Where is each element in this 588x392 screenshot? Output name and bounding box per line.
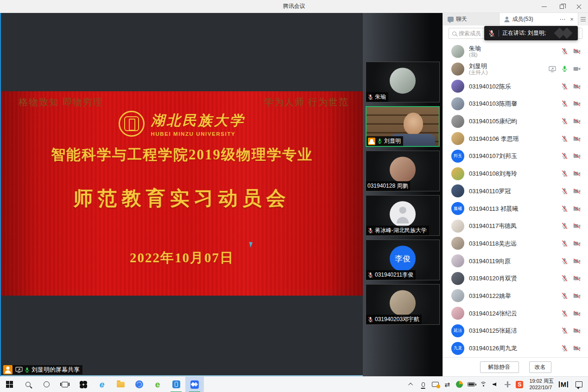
panel-more-button[interactable]: ⋯ xyxy=(558,15,567,24)
camera-off-icon[interactable] xyxy=(573,118,581,124)
pinwheel-app-button[interactable] xyxy=(74,377,93,392)
mic-muted-icon[interactable] xyxy=(561,48,568,55)
member-row[interactable]: 031940105康纪昀 xyxy=(443,113,588,130)
member-row[interactable]: 晨曦 031940113 祁晨曦 xyxy=(443,200,588,217)
chat-icon xyxy=(448,17,454,22)
member-row[interactable]: 031940110罗冠 xyxy=(443,183,588,200)
camera-off-icon[interactable] xyxy=(573,240,581,247)
mic-on-icon[interactable] xyxy=(561,65,568,72)
video-thumbnail[interactable]: 刘显明 xyxy=(366,106,440,147)
camera-off-icon[interactable] xyxy=(573,310,581,316)
camera-off-icon[interactable] xyxy=(573,171,581,177)
member-row[interactable]: 031940102陈乐 xyxy=(443,77,588,95)
cortana-button[interactable] xyxy=(37,377,56,392)
camera-off-icon[interactable] xyxy=(573,275,581,281)
video-thumbnail[interactable]: 李俊 031940211李俊 xyxy=(366,240,440,280)
tray-volume-button[interactable] xyxy=(489,377,501,392)
mic-muted-icon[interactable] xyxy=(561,240,568,247)
camera-off-icon[interactable] xyxy=(573,293,581,299)
unmute-button[interactable]: 解除静音 xyxy=(480,361,519,373)
mic-muted-icon[interactable] xyxy=(561,222,568,229)
ime-mode-button[interactable]: M xyxy=(557,377,569,392)
tray-wifi-button[interactable] xyxy=(477,377,489,392)
tray-ime-button[interactable] xyxy=(501,377,513,392)
member-row[interactable]: 031940103陈雨馨 xyxy=(443,95,588,113)
tray-360-button[interactable] xyxy=(453,377,465,392)
member-row[interactable]: 031940117韦德凤 xyxy=(443,217,588,235)
member-row[interactable]: 031940120肖双贤 xyxy=(443,270,588,287)
mic-muted-icon[interactable] xyxy=(561,170,568,177)
member-row[interactable]: 邦玉 031940107刘邦玉 xyxy=(443,147,588,165)
camera-off-icon[interactable] xyxy=(573,48,581,54)
camera-off-icon[interactable] xyxy=(573,223,581,229)
tab-chat[interactable]: 聊天 xyxy=(443,13,499,25)
tray-screenshare-button[interactable] xyxy=(429,377,441,392)
member-row[interactable]: 朱瑜 (我) xyxy=(443,43,588,60)
camera-off-icon[interactable] xyxy=(573,345,581,351)
camera-off-icon[interactable] xyxy=(573,328,581,334)
camera-off-icon[interactable] xyxy=(573,101,581,107)
camera-off-icon[interactable] xyxy=(573,206,581,212)
start-button[interactable] xyxy=(0,377,19,392)
member-row[interactable]: 031940108刘海玲 xyxy=(443,165,588,183)
globe-browser-button[interactable] xyxy=(130,377,148,392)
restore-icon xyxy=(560,5,564,9)
phone-app-button[interactable] xyxy=(167,377,185,392)
camera-off-icon[interactable] xyxy=(573,188,581,194)
internet-explorer-button[interactable]: e xyxy=(93,377,111,392)
motto-left: 格物致知 即物穷理 xyxy=(19,96,103,108)
member-row[interactable]: 031940106 李思瑶 xyxy=(443,130,588,147)
tray-arrows-button[interactable]: ⇄ xyxy=(441,377,453,392)
mic-muted-icon[interactable] xyxy=(561,188,568,195)
video-thumbnail[interactable]: 031940128 周鹏 xyxy=(366,151,440,191)
host-badge-icon xyxy=(368,138,375,145)
member-row[interactable]: 031940118吴志远 xyxy=(443,235,588,253)
mic-muted-icon[interactable] xyxy=(561,345,568,352)
camera-on-icon[interactable] xyxy=(573,66,581,72)
mic-muted-icon[interactable] xyxy=(561,327,568,334)
minimize-button[interactable] xyxy=(535,0,553,13)
member-status-icons xyxy=(561,258,581,265)
mic-muted-icon[interactable] xyxy=(561,135,568,142)
tray-battery-button[interactable] xyxy=(465,377,477,392)
mic-muted-icon[interactable] xyxy=(561,152,568,159)
mic-muted-icon[interactable] xyxy=(561,83,568,90)
camera-off-icon[interactable] xyxy=(573,258,581,264)
camera-off-icon[interactable] xyxy=(573,136,581,142)
mic-muted-icon[interactable] xyxy=(561,100,568,107)
mic-muted-icon[interactable] xyxy=(561,292,568,299)
mic-muted-icon[interactable] xyxy=(561,310,568,317)
member-row[interactable]: 031940124张纪云 xyxy=(443,304,588,322)
member-row[interactable]: 031940119向原 xyxy=(443,252,588,270)
tab-members[interactable]: 成员(53) xyxy=(499,13,558,25)
video-thumbnail[interactable]: 031940203邓宇航 xyxy=(366,284,440,325)
mic-muted-icon[interactable] xyxy=(561,258,568,265)
member-name: 031940120肖双贤 xyxy=(469,275,561,282)
video-thumbnail[interactable]: 蒋冰峰-湖北民族大学 xyxy=(366,195,440,236)
tray-sogou-button[interactable]: S xyxy=(513,377,525,392)
file-explorer-button[interactable] xyxy=(111,377,130,392)
member-row[interactable]: 延洁 031940125张延洁 xyxy=(443,322,588,340)
member-row[interactable]: 刘显明 (主持人) xyxy=(443,60,588,78)
rename-button[interactable]: 改名 xyxy=(529,361,551,373)
task-view-button[interactable] xyxy=(56,377,74,392)
camera-off-icon[interactable] xyxy=(573,83,581,89)
close-button[interactable] xyxy=(570,0,588,13)
panel-menu-button[interactable] xyxy=(578,13,588,25)
mic-muted-icon[interactable] xyxy=(561,275,568,282)
restore-button[interactable] xyxy=(553,0,570,13)
green-e-browser-button[interactable]: e xyxy=(148,377,167,392)
taskbar-clock[interactable]: 19:02 周五 2022/10/7 xyxy=(525,378,557,391)
camera-off-icon[interactable] xyxy=(573,153,581,159)
action-center-button[interactable] xyxy=(569,377,588,392)
mic-muted-icon[interactable] xyxy=(561,118,568,125)
member-row[interactable]: 九龙 031940126周九龙 xyxy=(443,340,588,357)
tray-microphone-button[interactable] xyxy=(417,377,429,392)
hidden-icons-button[interactable] xyxy=(405,377,417,392)
panel-close-button[interactable]: × xyxy=(568,15,576,24)
mic-muted-icon[interactable] xyxy=(561,205,568,212)
video-thumbnail[interactable]: 朱瑜 xyxy=(366,62,440,102)
taskbar-search-button[interactable] xyxy=(19,377,37,392)
member-row[interactable]: 031940122姚举 xyxy=(443,287,588,305)
tencent-meeting-taskbar-button[interactable] xyxy=(185,377,204,392)
